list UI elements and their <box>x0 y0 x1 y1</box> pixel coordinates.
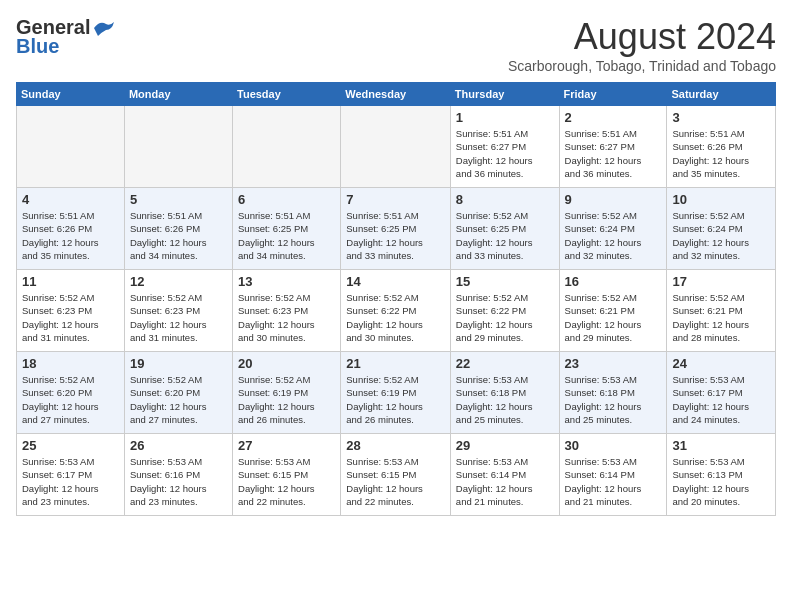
day-number: 7 <box>346 192 445 207</box>
day-number: 30 <box>565 438 662 453</box>
calendar-cell: 15Sunrise: 5:52 AM Sunset: 6:22 PM Dayli… <box>450 270 559 352</box>
day-info: Sunrise: 5:51 AM Sunset: 6:27 PM Dayligh… <box>456 127 554 180</box>
day-number: 27 <box>238 438 335 453</box>
day-number: 10 <box>672 192 770 207</box>
day-number: 29 <box>456 438 554 453</box>
calendar-cell: 4Sunrise: 5:51 AM Sunset: 6:26 PM Daylig… <box>17 188 125 270</box>
calendar-cell: 5Sunrise: 5:51 AM Sunset: 6:26 PM Daylig… <box>124 188 232 270</box>
calendar-cell: 25Sunrise: 5:53 AM Sunset: 6:17 PM Dayli… <box>17 434 125 516</box>
calendar-cell: 3Sunrise: 5:51 AM Sunset: 6:26 PM Daylig… <box>667 106 776 188</box>
logo: General Blue <box>16 16 114 58</box>
calendar-cell: 12Sunrise: 5:52 AM Sunset: 6:23 PM Dayli… <box>124 270 232 352</box>
calendar-cell: 24Sunrise: 5:53 AM Sunset: 6:17 PM Dayli… <box>667 352 776 434</box>
calendar-cell: 20Sunrise: 5:52 AM Sunset: 6:19 PM Dayli… <box>233 352 341 434</box>
day-number: 19 <box>130 356 227 371</box>
day-info: Sunrise: 5:52 AM Sunset: 6:22 PM Dayligh… <box>346 291 445 344</box>
day-info: Sunrise: 5:52 AM Sunset: 6:24 PM Dayligh… <box>565 209 662 262</box>
calendar-cell: 30Sunrise: 5:53 AM Sunset: 6:14 PM Dayli… <box>559 434 667 516</box>
day-info: Sunrise: 5:52 AM Sunset: 6:24 PM Dayligh… <box>672 209 770 262</box>
day-info: Sunrise: 5:52 AM Sunset: 6:25 PM Dayligh… <box>456 209 554 262</box>
weekday-header-friday: Friday <box>559 83 667 106</box>
day-number: 5 <box>130 192 227 207</box>
day-number: 26 <box>130 438 227 453</box>
day-info: Sunrise: 5:52 AM Sunset: 6:19 PM Dayligh… <box>346 373 445 426</box>
calendar-cell: 13Sunrise: 5:52 AM Sunset: 6:23 PM Dayli… <box>233 270 341 352</box>
location-subtitle: Scarborough, Tobago, Trinidad and Tobago <box>508 58 776 74</box>
day-number: 2 <box>565 110 662 125</box>
week-row-2: 4Sunrise: 5:51 AM Sunset: 6:26 PM Daylig… <box>17 188 776 270</box>
day-info: Sunrise: 5:52 AM Sunset: 6:21 PM Dayligh… <box>672 291 770 344</box>
day-number: 28 <box>346 438 445 453</box>
day-info: Sunrise: 5:52 AM Sunset: 6:23 PM Dayligh… <box>238 291 335 344</box>
day-info: Sunrise: 5:51 AM Sunset: 6:26 PM Dayligh… <box>672 127 770 180</box>
day-info: Sunrise: 5:53 AM Sunset: 6:14 PM Dayligh… <box>456 455 554 508</box>
day-number: 23 <box>565 356 662 371</box>
week-row-1: 1Sunrise: 5:51 AM Sunset: 6:27 PM Daylig… <box>17 106 776 188</box>
calendar-cell: 17Sunrise: 5:52 AM Sunset: 6:21 PM Dayli… <box>667 270 776 352</box>
day-info: Sunrise: 5:52 AM Sunset: 6:23 PM Dayligh… <box>130 291 227 344</box>
weekday-header-saturday: Saturday <box>667 83 776 106</box>
day-number: 22 <box>456 356 554 371</box>
day-info: Sunrise: 5:52 AM Sunset: 6:23 PM Dayligh… <box>22 291 119 344</box>
day-info: Sunrise: 5:53 AM Sunset: 6:14 PM Dayligh… <box>565 455 662 508</box>
calendar-cell: 1Sunrise: 5:51 AM Sunset: 6:27 PM Daylig… <box>450 106 559 188</box>
month-year-title: August 2024 <box>508 16 776 58</box>
day-info: Sunrise: 5:51 AM Sunset: 6:25 PM Dayligh… <box>346 209 445 262</box>
day-number: 1 <box>456 110 554 125</box>
weekday-header-monday: Monday <box>124 83 232 106</box>
day-number: 3 <box>672 110 770 125</box>
day-number: 6 <box>238 192 335 207</box>
calendar-table: SundayMondayTuesdayWednesdayThursdayFrid… <box>16 82 776 516</box>
day-number: 8 <box>456 192 554 207</box>
calendar-cell: 23Sunrise: 5:53 AM Sunset: 6:18 PM Dayli… <box>559 352 667 434</box>
day-info: Sunrise: 5:52 AM Sunset: 6:22 PM Dayligh… <box>456 291 554 344</box>
calendar-cell: 11Sunrise: 5:52 AM Sunset: 6:23 PM Dayli… <box>17 270 125 352</box>
day-info: Sunrise: 5:53 AM Sunset: 6:15 PM Dayligh… <box>346 455 445 508</box>
calendar-cell: 27Sunrise: 5:53 AM Sunset: 6:15 PM Dayli… <box>233 434 341 516</box>
page-header: General Blue August 2024 Scarborough, To… <box>16 16 776 74</box>
calendar-cell: 29Sunrise: 5:53 AM Sunset: 6:14 PM Dayli… <box>450 434 559 516</box>
calendar-cell <box>233 106 341 188</box>
day-info: Sunrise: 5:53 AM Sunset: 6:13 PM Dayligh… <box>672 455 770 508</box>
day-number: 17 <box>672 274 770 289</box>
calendar-cell: 22Sunrise: 5:53 AM Sunset: 6:18 PM Dayli… <box>450 352 559 434</box>
calendar-cell: 2Sunrise: 5:51 AM Sunset: 6:27 PM Daylig… <box>559 106 667 188</box>
day-info: Sunrise: 5:51 AM Sunset: 6:27 PM Dayligh… <box>565 127 662 180</box>
calendar-cell: 10Sunrise: 5:52 AM Sunset: 6:24 PM Dayli… <box>667 188 776 270</box>
calendar-cell: 7Sunrise: 5:51 AM Sunset: 6:25 PM Daylig… <box>341 188 451 270</box>
day-number: 24 <box>672 356 770 371</box>
day-info: Sunrise: 5:52 AM Sunset: 6:19 PM Dayligh… <box>238 373 335 426</box>
calendar-cell: 26Sunrise: 5:53 AM Sunset: 6:16 PM Dayli… <box>124 434 232 516</box>
week-row-3: 11Sunrise: 5:52 AM Sunset: 6:23 PM Dayli… <box>17 270 776 352</box>
day-number: 9 <box>565 192 662 207</box>
day-info: Sunrise: 5:53 AM Sunset: 6:17 PM Dayligh… <box>22 455 119 508</box>
calendar-cell: 21Sunrise: 5:52 AM Sunset: 6:19 PM Dayli… <box>341 352 451 434</box>
day-info: Sunrise: 5:53 AM Sunset: 6:15 PM Dayligh… <box>238 455 335 508</box>
week-row-5: 25Sunrise: 5:53 AM Sunset: 6:17 PM Dayli… <box>17 434 776 516</box>
day-info: Sunrise: 5:51 AM Sunset: 6:26 PM Dayligh… <box>22 209 119 262</box>
day-number: 11 <box>22 274 119 289</box>
weekday-header-thursday: Thursday <box>450 83 559 106</box>
calendar-cell: 19Sunrise: 5:52 AM Sunset: 6:20 PM Dayli… <box>124 352 232 434</box>
logo-bird-icon <box>92 20 114 36</box>
day-info: Sunrise: 5:53 AM Sunset: 6:17 PM Dayligh… <box>672 373 770 426</box>
day-number: 16 <box>565 274 662 289</box>
day-number: 13 <box>238 274 335 289</box>
calendar-cell: 18Sunrise: 5:52 AM Sunset: 6:20 PM Dayli… <box>17 352 125 434</box>
day-info: Sunrise: 5:51 AM Sunset: 6:25 PM Dayligh… <box>238 209 335 262</box>
day-info: Sunrise: 5:52 AM Sunset: 6:20 PM Dayligh… <box>130 373 227 426</box>
weekday-header-sunday: Sunday <box>17 83 125 106</box>
weekday-header-tuesday: Tuesday <box>233 83 341 106</box>
day-number: 14 <box>346 274 445 289</box>
title-block: August 2024 Scarborough, Tobago, Trinida… <box>508 16 776 74</box>
day-number: 21 <box>346 356 445 371</box>
day-info: Sunrise: 5:51 AM Sunset: 6:26 PM Dayligh… <box>130 209 227 262</box>
day-info: Sunrise: 5:53 AM Sunset: 6:16 PM Dayligh… <box>130 455 227 508</box>
day-info: Sunrise: 5:53 AM Sunset: 6:18 PM Dayligh… <box>456 373 554 426</box>
day-info: Sunrise: 5:52 AM Sunset: 6:21 PM Dayligh… <box>565 291 662 344</box>
calendar-cell: 6Sunrise: 5:51 AM Sunset: 6:25 PM Daylig… <box>233 188 341 270</box>
day-number: 15 <box>456 274 554 289</box>
day-info: Sunrise: 5:53 AM Sunset: 6:18 PM Dayligh… <box>565 373 662 426</box>
day-info: Sunrise: 5:52 AM Sunset: 6:20 PM Dayligh… <box>22 373 119 426</box>
calendar-cell <box>341 106 451 188</box>
